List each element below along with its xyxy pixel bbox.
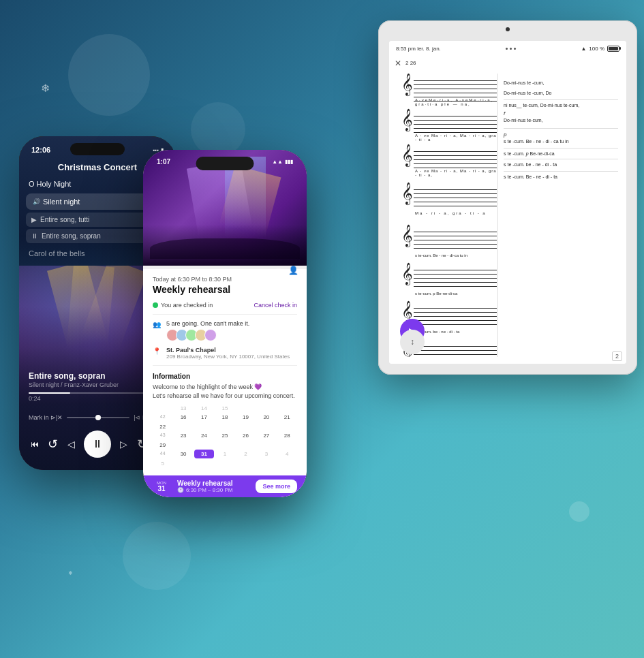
mid-info-body-text: Welcome to the highlight of the week 💜 L…	[143, 381, 307, 401]
ipad-time: 8:53 pm ler. 8. jan.	[396, 46, 441, 52]
cal-week-label	[153, 404, 172, 413]
notation-text-2: A - ve Ma - ri - a, Ma - ri - a, gra - t…	[415, 134, 497, 142]
see-more-button[interactable]: See more	[256, 480, 297, 493]
mid-avatars-row	[166, 329, 249, 341]
pause-circle-icon: ⏸	[31, 232, 38, 240]
treble-clef-6: 𝄞	[403, 264, 413, 283]
prev-button[interactable]: ◁	[67, 439, 75, 450]
left-mark-x-icon[interactable]: ✕	[57, 414, 63, 421]
left-notation-area: 𝄞 A·veMe·ri·a, A·veMe·ri·a, gra·ti·a ple…	[403, 74, 497, 357]
right-notation-3: ni nus__ te-cum, Do-mi-nus te-cum,	[504, 103, 618, 108]
right-notation-8: s te -cum. Be - ne - di - ta	[504, 174, 618, 179]
skip-start-button[interactable]: ⏮	[31, 439, 39, 449]
cal-cell-20: 20	[256, 413, 276, 422]
cal-week-44: 44	[153, 450, 172, 458]
cal-cell-next1: 1	[215, 450, 234, 458]
iphone-mid-device: 1:07 ▲▲ ▮▮▮ ‹ ✏ 👤 Today at 6:30 PM to 8:…	[143, 150, 307, 497]
mid-bottom-date: MON 31	[153, 481, 170, 492]
staff-line-8-3	[414, 354, 497, 355]
staff-line-6-4	[414, 282, 497, 283]
ipad-status-left: 8:53 pm ler. 8. jan.	[396, 46, 441, 52]
mid-cal-row-44: 44 30 31 1 2 3 4 5	[153, 450, 297, 468]
mid-divider-1	[153, 314, 297, 315]
cal-cell-29: 29	[153, 441, 172, 450]
mid-cal-row-43: 43 23 24 25 26 27 28 29	[153, 431, 297, 450]
cal-week-43: 43	[153, 431, 172, 440]
mid-bottom-event-time: 🕐 6:30 PM – 8:30 PM	[177, 487, 256, 493]
cal-cell-17: 17	[194, 413, 214, 422]
mid-checkin-row: You are checked in Cancel check in	[143, 299, 307, 311]
cancel-checkin-button[interactable]: Cancel check in	[254, 302, 297, 309]
person-nav-icon[interactable]: 👤	[288, 266, 298, 275]
staff-line-8-2	[414, 350, 497, 351]
bass-clef-1: 𝄞	[403, 146, 413, 165]
staff-line-7-1	[414, 308, 497, 309]
right-dynamic-p: p	[504, 131, 618, 138]
next-button[interactable]: ▷	[120, 439, 127, 450]
left-mark-progress	[67, 417, 129, 418]
staff-line-3-2	[414, 155, 497, 156]
staff-line-7-4	[414, 320, 497, 321]
scroll-icon-ipad: ↕	[410, 337, 414, 347]
mid-bottom-day-num: 31	[153, 485, 170, 492]
rewind-button[interactable]: ↺	[48, 437, 58, 452]
staff-line-7-5	[414, 324, 497, 325]
cal-cell-blank	[236, 404, 256, 413]
mid-attendees-info: 5 are going. One can't make it.	[166, 320, 249, 341]
mid-status-icons: ▲▲ ▮▮▮	[272, 158, 293, 166]
right-divider-5	[504, 171, 618, 172]
mid-bottom-event-bar: MON 31 Weekly rehearsal 🕐 6:30 PM – 8:30…	[143, 475, 307, 497]
cal-cell-18: 18	[215, 413, 234, 422]
notation-text-6: s te-cum. p Be-ne-di-ca	[415, 292, 497, 296]
volume-icon: 🔊	[33, 198, 40, 205]
left-song-card-title: 🔊 Silent night	[33, 198, 80, 206]
mid-calendar: 13 14 15 42 16 17 18 19 20 21 22	[143, 401, 307, 471]
staff-line-1-1	[414, 80, 497, 81]
staff-line-5-5	[414, 248, 497, 249]
staff-line-5-1	[414, 232, 497, 232]
left-progress-fill	[29, 392, 70, 394]
right-notation-7: s te -cum. be - ne - di - ta	[504, 162, 618, 167]
staff-6: 𝄞 s te-cum. p Be-ne-di-ca	[403, 266, 497, 294]
cal-cell-28: 28	[277, 431, 297, 440]
cal-cell-27: 27	[256, 431, 276, 440]
staff-line-3-5	[414, 168, 497, 168]
ipad-battery-fill	[609, 47, 618, 50]
right-divider-3	[504, 148, 618, 148]
staff-line-1-3	[414, 89, 497, 89]
cal-cell-15: 15	[215, 404, 234, 413]
crowd-heads	[150, 238, 300, 259]
ipad-close-button[interactable]: ✕	[395, 59, 401, 68]
cal-cell-next5: 5	[153, 459, 172, 468]
treble-clef-1: 𝄞	[403, 75, 413, 94]
ipad-page-number: 2	[612, 351, 622, 361]
ipad-camera	[506, 27, 510, 31]
mid-cal-row-42: 42 16 17 18 19 20 21 22	[153, 413, 297, 431]
cal-cell-next3: 3	[256, 450, 276, 458]
ipad-battery-indicator	[607, 46, 619, 52]
staff-5: 𝄞 s te-cum. Be - ne - di-ca tu in	[403, 228, 497, 256]
location-icon: 📍	[153, 347, 161, 355]
staff-line-5-4	[414, 244, 497, 245]
staff-3: 𝄞 A - ve Ma - ri - a, Ma - ri - a, gra -…	[403, 147, 497, 176]
ipad-music-content: 2 26 𝄞 A·veMe·ri·a, A·veMe·ri·a,	[389, 56, 626, 364]
right-notation-1: Do-mi-nus te -cum,	[504, 80, 618, 85]
mid-nav-back-button[interactable]: ‹	[151, 266, 155, 278]
edit-nav-icon[interactable]: ✏	[276, 266, 283, 275]
cal-cell-24: 24	[194, 431, 214, 440]
ipad-wifi-icon: ▲	[581, 46, 586, 52]
ipad-status-bar: 8:53 pm ler. 8. jan. ▲ 100 %	[389, 41, 626, 56]
right-notation-2: Do-mi-nus te -cum, Do	[504, 91, 618, 95]
ipad-scroll-button[interactable]: ↕	[400, 330, 425, 354]
staff-1: 𝄞 A·veMe·ri·a, A·veMe·ri·a, gra·ti·a ple…	[403, 76, 497, 105]
mid-attendees-row: 👥 5 are going. One can't make it.	[143, 317, 307, 344]
mid-location-row: 📍 St. Paul's Chapel 209 Broadway, New Yo…	[143, 344, 307, 362]
iphone-left-notch	[70, 143, 125, 155]
play-pause-button[interactable]: ⏸	[84, 430, 111, 458]
cal-cell-23: 23	[173, 431, 193, 440]
right-notation-4: Do-mi-nus te-cum,	[504, 118, 618, 123]
right-divider-1	[504, 99, 618, 100]
cal-cell-30: 30	[173, 450, 193, 458]
ipad-battery-text: 100 %	[589, 46, 604, 52]
staff-line-5-2	[414, 236, 497, 236]
